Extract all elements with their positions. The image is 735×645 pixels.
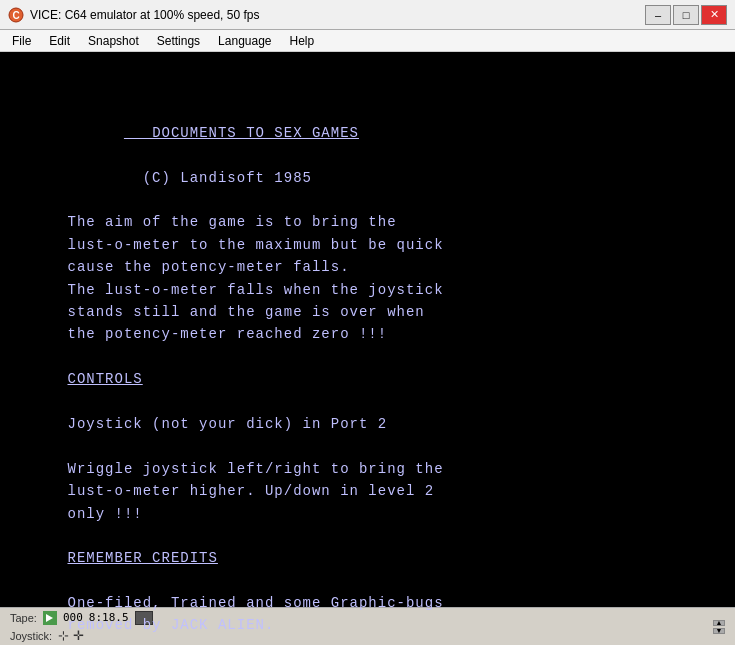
title-bar: C VICE: C64 emulator at 100% speed, 50 f… bbox=[0, 0, 735, 30]
close-button[interactable]: ✕ bbox=[701, 5, 727, 25]
scroll-up-arrow[interactable]: ▲ bbox=[713, 620, 725, 626]
menu-item-file[interactable]: File bbox=[4, 32, 39, 50]
menu-item-settings[interactable]: Settings bbox=[149, 32, 208, 50]
joystick-label: Joystick: bbox=[10, 630, 52, 642]
app-icon: C bbox=[8, 7, 24, 23]
window-controls: – □ ✕ bbox=[645, 5, 727, 25]
minimize-button[interactable]: – bbox=[645, 5, 671, 25]
scroll-controls: ▲ ▼ bbox=[713, 620, 725, 634]
scroll-down-arrow[interactable]: ▼ bbox=[713, 628, 725, 634]
c64-screen: DOCUMENTS TO SEX GAMES (C) Landisoft 198… bbox=[0, 52, 735, 607]
c64-text-content: DOCUMENTS TO SEX GAMES (C) Landisoft 198… bbox=[68, 100, 444, 646]
menu-bar: FileEditSnapshotSettingsLanguageHelp bbox=[0, 30, 735, 52]
svg-text:C: C bbox=[12, 10, 19, 21]
menu-item-snapshot[interactable]: Snapshot bbox=[80, 32, 147, 50]
menu-item-edit[interactable]: Edit bbox=[41, 32, 78, 50]
c64-content: DOCUMENTS TO SEX GAMES (C) Landisoft 198… bbox=[28, 70, 708, 590]
play-icon bbox=[46, 614, 53, 622]
menu-item-language[interactable]: Language bbox=[210, 32, 279, 50]
menu-item-help[interactable]: Help bbox=[282, 32, 323, 50]
maximize-button[interactable]: □ bbox=[673, 5, 699, 25]
window-title: VICE: C64 emulator at 100% speed, 50 fps bbox=[30, 8, 259, 22]
tape-label: Tape: bbox=[10, 612, 37, 624]
tape-play-button[interactable] bbox=[43, 611, 57, 625]
